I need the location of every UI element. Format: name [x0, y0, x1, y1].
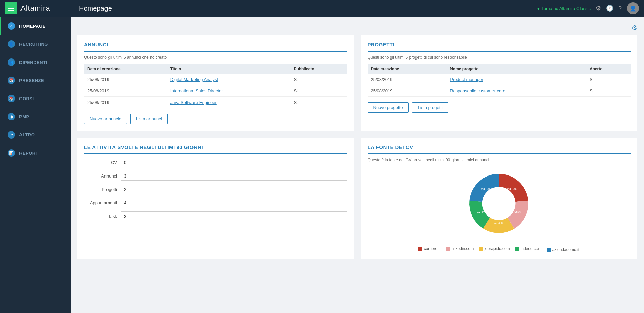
legend-item: linkedin.com	[446, 245, 474, 252]
activity-row: CV 0	[84, 158, 347, 167]
sidebar-item-altro[interactable]: ⋯ ALTRO	[0, 126, 71, 144]
lista-progetti-button[interactable]: Lista progetti	[412, 102, 448, 113]
annunci-cell-title: Digital Marketing Analyst	[167, 74, 291, 85]
user-avatar[interactable]: 👤	[627, 2, 639, 14]
legend-label: corriere.it	[424, 246, 440, 251]
activity-bar: 4	[121, 198, 347, 207]
progetti-panel: PROGETTI Questi sono gli ultimi 5 proget…	[361, 35, 638, 131]
activity-row: Annunci 3	[84, 171, 347, 181]
logo-area: Altamira	[5, 2, 76, 14]
table-row: 25/08/2019 Product manager Si	[368, 74, 631, 85]
dipendenti-icon: 👥	[8, 58, 15, 66]
sidebar-item-corsi[interactable]: 📚 CORSI	[0, 89, 71, 108]
annunci-cell-published: Si	[290, 74, 347, 85]
activity-label: Annunci	[84, 173, 121, 179]
lista-annunci-button[interactable]: Lista annunci	[130, 114, 168, 124]
annunci-link[interactable]: Java Software Engineer	[170, 100, 217, 105]
donut-label: 17.6%	[477, 210, 486, 213]
nuovo-annuncio-button[interactable]: Nuovo annuncio	[84, 114, 127, 124]
sidebar: ⌂ HOMEPAGE 👤 RECRUITING 👥 DIPENDENTI 📅 P…	[0, 17, 71, 313]
activities-rows: CV 0 Annunci 3 Progetti 2 Appuntamenti 4…	[84, 158, 347, 221]
legend-item: corriere.it	[418, 245, 440, 252]
activity-value: 3	[124, 214, 126, 219]
table-row: 25/08/2019 Digital Marketing Analyst Si	[84, 74, 347, 85]
clock-icon[interactable]: 🕐	[606, 5, 613, 12]
donut-chart: 23.5%17.8%17.6%17.6%23.5%	[462, 166, 536, 240]
progetti-col-name: Nome progetto	[446, 64, 586, 74]
activity-bar: 0	[121, 158, 347, 167]
progetto-link[interactable]: Product manager	[450, 77, 483, 82]
content-gear-button[interactable]: ⚙	[631, 24, 637, 32]
progetti-title: PROGETTI	[368, 42, 631, 52]
annunci-cell-title: International Sales Director	[167, 85, 291, 97]
sidebar-item-dipendenti[interactable]: 👥 DIPENDENTI	[0, 53, 71, 71]
annunci-col-published: Pubblicato	[290, 64, 347, 74]
annunci-cell-title: Java Software Engineer	[167, 97, 291, 108]
fonte-cv-title: LA FONTE DEI CV	[368, 144, 631, 154]
help-icon[interactable]: ?	[618, 5, 622, 12]
activity-bar: 3	[121, 211, 347, 221]
activities-title: LE ATTIVITÀ SVOLTE NEGLI ULTIMI 90 GIORN…	[84, 144, 347, 154]
sidebar-label-dipendenti: DIPENDENTI	[19, 60, 47, 65]
legend-row2: aziendademo.it	[547, 247, 579, 252]
activity-value: 4	[124, 200, 126, 205]
annunci-table: Data di creazione Titolo Pubblicato 25/0…	[84, 64, 347, 108]
top-header: Altamira Homepage Torna ad Altamira Clas…	[0, 0, 644, 17]
bottom-grid: LE ATTIVITÀ SVOLTE NEGLI ULTIMI 90 GIORN…	[77, 138, 637, 259]
activity-value: 2	[124, 187, 126, 192]
activity-bar: 2	[121, 185, 347, 194]
annunci-col-title: Titolo	[167, 64, 291, 74]
table-row: 25/08/2019 Java Software Engineer Si	[84, 97, 347, 108]
legend-label: jobrapido.com	[484, 246, 510, 251]
activity-label: Appuntamenti	[84, 200, 121, 205]
annunci-link[interactable]: International Sales Director	[170, 88, 223, 93]
progetti-cell-date: 25/08/2019	[368, 74, 447, 85]
annunci-col-date: Data di creazione	[84, 64, 167, 74]
annunci-cell-date: 25/08/2019	[84, 74, 167, 85]
sidebar-label-homepage: HOMEPAGE	[19, 24, 46, 29]
gear-top-right: ⚙	[77, 24, 637, 32]
donut-label: 23.5%	[507, 187, 517, 191]
nuovo-progetto-button[interactable]: Nuovo progetto	[368, 102, 409, 113]
recruiting-icon: 👤	[8, 40, 15, 48]
progetti-cell-title: Product manager	[446, 74, 586, 85]
sidebar-item-recruiting[interactable]: 👤 RECRUITING	[0, 35, 71, 53]
annunci-panel: ANNUNCI Questo sono gli ultimi 5 annunci…	[77, 35, 354, 131]
progetto-link[interactable]: Responsabile customer care	[450, 88, 505, 93]
panels-grid: ANNUNCI Questo sono gli ultimi 5 annunci…	[77, 35, 637, 131]
legend-color	[479, 247, 483, 251]
sidebar-item-presenze[interactable]: 📅 PRESENZE	[0, 71, 71, 89]
legend-color	[418, 247, 422, 251]
sidebar-item-pmp[interactable]: ◎ PMP	[0, 108, 71, 126]
progetti-cell-title: Responsabile customer care	[446, 85, 586, 97]
table-row: 25/08/2019 Responsabile customer care Si	[368, 85, 631, 97]
donut-label: 17.8%	[511, 210, 521, 213]
legend-row1: corriere.itlinkedin.comjobrapido.cominde…	[418, 245, 541, 252]
sidebar-item-report[interactable]: 📊 REPORT	[0, 144, 71, 162]
sidebar-item-homepage[interactable]: ⌂ HOMEPAGE	[0, 17, 71, 35]
altro-icon: ⋯	[8, 131, 15, 139]
legend-item: indeed.com	[515, 245, 542, 252]
sidebar-label-recruiting: RECRUITING	[19, 42, 48, 47]
legend-label: aziendademo.it	[552, 247, 579, 252]
fonte-cv-panel: LA FONTE DEI CV Questa è la fonte dei CV…	[361, 138, 638, 259]
chart-container: 23.5%17.8%17.6%17.6%23.5% corriere.itlin…	[368, 166, 631, 252]
progetti-cell-open: Si	[586, 85, 631, 97]
legend-item: aziendademo.it	[547, 247, 579, 252]
hamburger-line1	[8, 6, 14, 6]
progetti-subtitle: Questi sono gli ultimi 5 progetti di cui…	[368, 55, 631, 60]
annunci-cell-date: 25/08/2019	[84, 97, 167, 108]
report-icon: 📊	[8, 149, 15, 157]
hamburger-button[interactable]	[5, 2, 17, 14]
progetti-col-open: Aperto	[586, 64, 631, 74]
presenze-icon: 📅	[8, 77, 15, 84]
donut-center	[485, 190, 512, 217]
fonte-cv-subtitle: Questa è la fonte dei CV arrivati negli …	[368, 158, 631, 162]
settings-icon[interactable]: ⚙	[596, 5, 601, 12]
classic-link[interactable]: Torna ad Altamira Classic	[537, 6, 591, 11]
corsi-icon: 📚	[8, 95, 15, 102]
donut-label: 23.5%	[481, 187, 491, 191]
annunci-link[interactable]: Digital Marketing Analyst	[170, 77, 218, 82]
annunci-buttons: Nuovo annuncio Lista annunci	[84, 114, 347, 124]
hamburger-line3	[8, 10, 14, 11]
